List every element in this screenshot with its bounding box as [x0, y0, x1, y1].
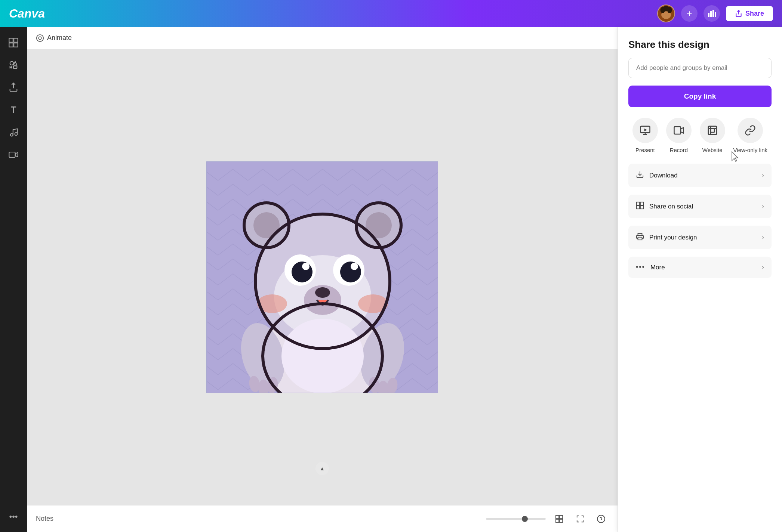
svg-point-35 [351, 263, 358, 270]
more-row[interactable]: ••• More › [628, 257, 772, 278]
print-icon [636, 232, 644, 242]
more-dots-icon: ••• [636, 263, 645, 271]
svg-rect-54 [560, 515, 563, 518]
svg-rect-13 [14, 43, 18, 47]
svg-rect-6 [708, 13, 709, 17]
sidebar: T ••• [0, 27, 27, 532]
svg-point-32 [292, 262, 313, 282]
view-only-icon [738, 118, 763, 143]
share-button[interactable]: Share [726, 6, 773, 21]
svg-marker-15 [13, 62, 17, 65]
share-social-label: Share on social [649, 203, 693, 210]
svg-rect-60 [674, 127, 681, 134]
svg-rect-53 [556, 515, 559, 518]
svg-point-17 [10, 134, 13, 136]
share-icons-row: Present Record [628, 115, 772, 156]
main-layout: T ••• Animate [0, 27, 782, 532]
print-row[interactable]: Print your design › [628, 226, 772, 249]
sidebar-more[interactable]: ••• [4, 507, 22, 526]
sidebar-item-video[interactable] [4, 145, 23, 164]
download-label: Download [649, 172, 678, 179]
svg-point-20 [37, 34, 43, 41]
sidebar-item-text[interactable]: T [4, 100, 23, 120]
share-social-row[interactable]: Share on social › [628, 195, 772, 218]
svg-rect-66 [637, 206, 640, 209]
svg-point-21 [39, 37, 41, 39]
svg-rect-64 [637, 202, 640, 205]
svg-point-5 [663, 6, 669, 12]
svg-point-34 [302, 263, 310, 270]
share-social-icon [636, 201, 644, 211]
sidebar-item-templates[interactable] [4, 33, 23, 52]
svg-rect-7 [710, 11, 712, 17]
zoom-slider-track[interactable] [486, 518, 546, 520]
svg-rect-11 [14, 38, 18, 42]
toolbar: Animate [27, 27, 618, 49]
website-option[interactable]: Website [700, 118, 725, 153]
svg-rect-16 [13, 66, 17, 68]
canvas-content: ▲ [27, 49, 618, 505]
view-only-option[interactable]: View-only link [733, 118, 767, 153]
fullscreen-button[interactable] [573, 511, 588, 526]
svg-rect-12 [9, 43, 13, 47]
email-input[interactable] [628, 58, 772, 78]
user-avatar[interactable] [657, 4, 675, 22]
analytics-button[interactable] [704, 5, 720, 22]
record-label: Record [670, 147, 688, 153]
bottom-bar: Notes [27, 505, 618, 532]
share-button-label: Share [745, 10, 764, 18]
svg-rect-68 [638, 237, 642, 240]
svg-rect-8 [712, 10, 714, 17]
print-left: Print your design [636, 232, 697, 242]
design-canvas[interactable] [206, 161, 438, 393]
download-icon [636, 170, 644, 180]
svg-rect-65 [640, 202, 643, 205]
svg-rect-62 [711, 129, 714, 132]
svg-point-14 [10, 62, 13, 65]
copy-link-button[interactable]: Copy link [628, 86, 772, 107]
svg-point-33 [340, 262, 361, 282]
more-chevron: › [762, 263, 764, 271]
website-icon [700, 118, 725, 143]
share-social-chevron: › [762, 202, 764, 210]
animate-button[interactable]: Animate [36, 34, 72, 42]
svg-point-37 [315, 287, 330, 298]
svg-rect-19 [9, 152, 15, 157]
download-row[interactable]: Download › [628, 164, 772, 187]
canva-logo: Canva [9, 7, 651, 21]
svg-rect-67 [640, 206, 643, 209]
present-label: Present [635, 147, 655, 153]
canvas-area: Animate [27, 27, 618, 532]
notes-button[interactable]: Notes [36, 515, 53, 523]
more-left: ••• More [636, 263, 665, 271]
present-option[interactable]: Present [632, 118, 658, 153]
svg-point-48 [281, 319, 364, 393]
add-button[interactable]: + [681, 5, 698, 22]
download-chevron: › [762, 171, 764, 179]
sidebar-item-elements[interactable] [4, 55, 23, 75]
grid-view-button[interactable] [552, 511, 567, 526]
share-social-left: Share on social [636, 201, 693, 211]
svg-marker-59 [644, 129, 647, 132]
svg-rect-10 [9, 38, 13, 42]
sidebar-item-uploads[interactable] [4, 78, 23, 97]
animate-label: Animate [47, 34, 72, 42]
present-icon [632, 118, 658, 143]
svg-rect-56 [560, 519, 563, 522]
zoom-control [486, 518, 546, 520]
bottom-controls [486, 511, 609, 526]
record-icon [666, 118, 692, 143]
view-only-label: View-only link [733, 147, 767, 153]
svg-rect-55 [556, 519, 559, 522]
zoom-slider-thumb[interactable] [522, 516, 528, 522]
svg-rect-9 [715, 12, 716, 17]
header-right: + Share [657, 4, 773, 22]
record-option[interactable]: Record [666, 118, 692, 153]
more-label: More [650, 264, 665, 271]
download-left: Download [636, 170, 678, 180]
collapse-button[interactable]: ▲ [315, 462, 329, 475]
sidebar-item-audio[interactable] [4, 123, 23, 142]
website-label: Website [702, 147, 723, 153]
svg-rect-61 [708, 126, 717, 135]
help-button[interactable] [594, 511, 609, 526]
